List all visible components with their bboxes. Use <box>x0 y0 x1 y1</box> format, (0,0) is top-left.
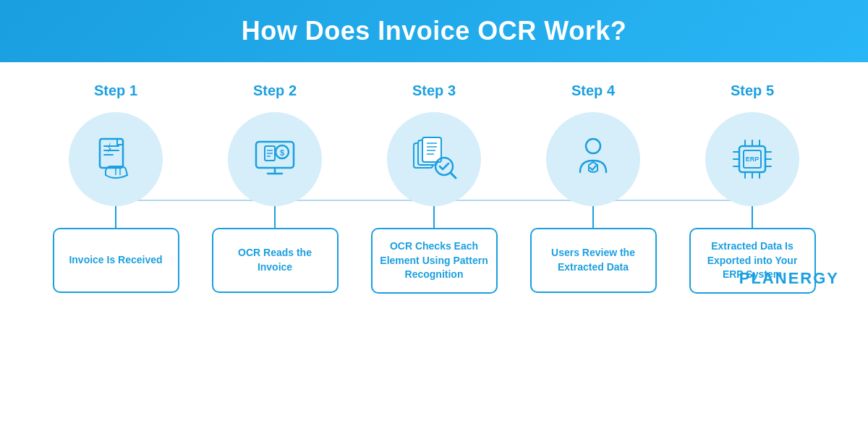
step-1-label: Step 1 <box>94 82 137 99</box>
step-3-icon <box>387 112 481 206</box>
step-5-icon: ERP <box>705 112 799 206</box>
step-2-desc-box: OCR Reads the Invoice <box>212 228 339 293</box>
step-1-connector <box>115 206 116 228</box>
step-2-label: Step 2 <box>253 82 297 99</box>
step-4-description: Users Review the Extracted Data <box>539 246 648 274</box>
step-2: Step 2 $ <box>195 82 354 293</box>
step-3-label: Step 3 <box>412 82 456 99</box>
steps-container: Step 1 <box>22 82 846 294</box>
step-3-description: OCR Checks Each Element Using Pattern Re… <box>380 239 489 282</box>
step-5-connector <box>752 206 753 228</box>
svg-rect-17 <box>422 137 441 162</box>
step-1-description: Invoice Is Received <box>69 253 162 268</box>
page-title: How Does Invoice OCR Work? <box>29 16 839 46</box>
brand-name: PLANERGY <box>739 269 839 287</box>
svg-text:ERP: ERP <box>746 156 760 163</box>
step-4-connector <box>592 206 594 228</box>
step-4: Step 4 Users Review the Extracted Data <box>514 82 673 293</box>
step-5: Step 5 ERP <box>673 82 832 294</box>
step-1-icon <box>69 112 163 206</box>
header: How Does Invoice OCR Work? <box>0 0 868 62</box>
svg-line-23 <box>451 173 456 178</box>
step-1: Step 1 <box>36 82 195 293</box>
step-5-label: Step 5 <box>731 82 774 99</box>
brand-logo: PLANERGY <box>739 269 839 288</box>
svg-point-24 <box>586 139 600 153</box>
step-4-desc-box: Users Review the Extracted Data <box>530 228 657 293</box>
step-3-desc-box: OCR Checks Each Element Using Pattern Re… <box>371 228 498 294</box>
step-2-description: OCR Reads the Invoice <box>221 246 330 274</box>
step-4-label: Step 4 <box>571 82 615 99</box>
step-3: Step 3 <box>354 82 514 294</box>
step-1-desc-box: Invoice Is Received <box>53 228 179 293</box>
step-2-icon: $ <box>228 112 322 206</box>
step-2-connector <box>274 206 276 228</box>
step-4-icon <box>546 112 640 206</box>
svg-rect-0 <box>100 139 123 168</box>
svg-text:$: $ <box>280 148 284 157</box>
step-3-connector <box>433 206 435 228</box>
